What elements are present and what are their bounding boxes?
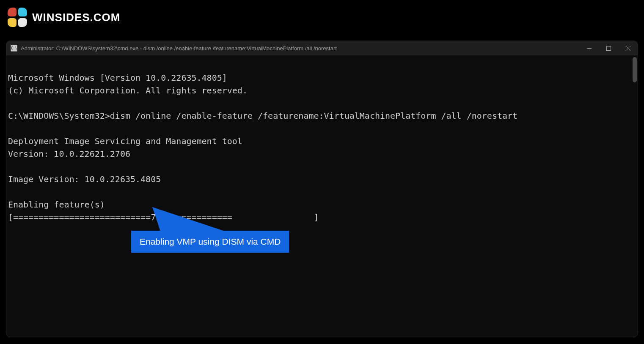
scrollbar-thumb[interactable] xyxy=(633,57,637,82)
terminal-line: (c) Microsoft Corporation. All rights re… xyxy=(8,85,248,96)
svg-rect-1 xyxy=(606,46,611,50)
brand-header: WINSIDES.COM xyxy=(8,8,120,27)
maximize-button[interactable] xyxy=(599,41,618,55)
brand-text: WINSIDES.COM xyxy=(32,11,120,24)
terminal-line: Image Version: 10.0.22635.4805 xyxy=(8,174,161,184)
window-title: Administrator: C:\WINDOWS\system32\cmd.e… xyxy=(21,45,337,52)
terminal-progress-line: [===========================74.2%=======… xyxy=(8,212,319,222)
terminal-line: C:\WINDOWS\System32>dism /online /enable… xyxy=(8,111,517,121)
annotation-callout: Enabling VMP using DISM via CMD xyxy=(131,231,289,253)
terminal-line: Version: 10.0.22621.2706 xyxy=(8,149,130,159)
brand-logo-icon xyxy=(8,8,27,27)
titlebar[interactable]: C:\ Administrator: C:\WINDOWS\system32\c… xyxy=(6,41,638,55)
terminal-line: Enabling feature(s) xyxy=(8,199,105,210)
terminal-body[interactable]: Microsoft Windows [Version 10.0.22635.48… xyxy=(6,55,638,337)
close-icon xyxy=(626,46,630,51)
window-controls xyxy=(579,41,638,55)
terminal-window: C:\ Administrator: C:\WINDOWS\system32\c… xyxy=(6,41,638,337)
minimize-icon xyxy=(587,46,592,51)
close-button[interactable] xyxy=(618,41,638,55)
minimize-button[interactable] xyxy=(579,41,599,55)
annotation-text: Enabling VMP using DISM via CMD xyxy=(140,237,281,246)
terminal-line: Microsoft Windows [Version 10.0.22635.48… xyxy=(8,73,227,83)
terminal-line: Deployment Image Servicing and Managemen… xyxy=(8,136,242,146)
maximize-icon xyxy=(606,46,611,51)
cmd-icon: C:\ xyxy=(11,45,17,52)
